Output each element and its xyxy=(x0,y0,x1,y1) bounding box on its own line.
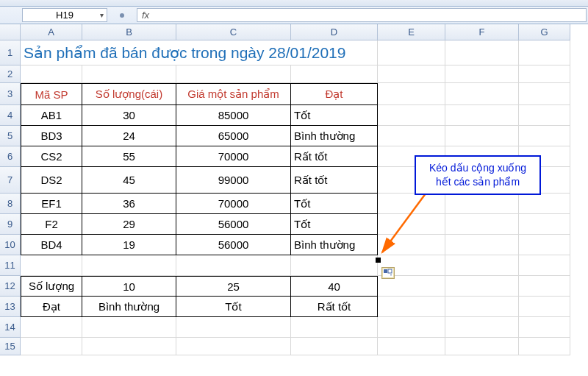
cell[interactable]: Mã SP xyxy=(21,83,82,105)
cell[interactable] xyxy=(378,126,445,146)
cell[interactable] xyxy=(445,276,519,297)
row-header-10[interactable]: 10 xyxy=(0,235,21,255)
cell[interactable]: CS2 xyxy=(21,146,82,167)
cell[interactable] xyxy=(378,40,445,65)
cell[interactable]: 10 xyxy=(82,276,176,297)
cell[interactable] xyxy=(378,65,445,83)
col-header-G[interactable]: G xyxy=(519,24,570,40)
col-header-B[interactable]: B xyxy=(82,24,176,40)
cell[interactable] xyxy=(519,317,570,338)
row-header-11[interactable]: 11 xyxy=(0,255,21,276)
cell[interactable] xyxy=(291,317,378,338)
cell[interactable]: F2 xyxy=(21,214,82,235)
row-header-8[interactable]: 8 xyxy=(0,194,21,214)
cell[interactable]: Số lượng xyxy=(21,276,82,297)
cell[interactable] xyxy=(445,105,519,126)
row-header-3[interactable]: 3 xyxy=(0,83,21,105)
row-header-5[interactable]: 5 xyxy=(0,126,21,146)
cell[interactable]: 40 xyxy=(291,276,378,297)
cell[interactable] xyxy=(82,338,176,355)
cell[interactable]: AB1 xyxy=(21,105,82,126)
cell[interactable] xyxy=(378,83,445,105)
cell[interactable] xyxy=(82,255,176,276)
cell[interactable]: 25 xyxy=(176,276,291,297)
cell[interactable] xyxy=(21,65,82,83)
col-header-F[interactable]: F xyxy=(445,24,519,40)
cell[interactable] xyxy=(519,126,570,146)
cell[interactable] xyxy=(176,317,291,338)
cell[interactable]: Bình thường xyxy=(291,126,378,146)
cell[interactable]: 55 xyxy=(82,146,176,167)
cell[interactable] xyxy=(82,317,176,338)
cell[interactable]: EF1 xyxy=(21,194,82,214)
cell[interactable]: 85000 xyxy=(176,105,291,126)
cell[interactable]: Rất tốt xyxy=(291,297,378,317)
cell[interactable]: Tốt xyxy=(291,194,378,214)
name-box[interactable]: H19 ▾ xyxy=(22,8,107,22)
cell[interactable] xyxy=(176,255,291,276)
cell[interactable] xyxy=(519,194,570,214)
cell[interactable]: Tốt xyxy=(291,105,378,126)
cell[interactable] xyxy=(519,255,570,276)
cell[interactable] xyxy=(445,126,519,146)
row-header-4[interactable]: 4 xyxy=(0,105,21,126)
autofill-options-button[interactable] xyxy=(381,267,395,279)
cell[interactable] xyxy=(82,65,176,83)
cell[interactable] xyxy=(519,65,570,83)
cell[interactable]: DS2 xyxy=(21,167,82,194)
cell[interactable]: Đạt xyxy=(21,297,82,317)
cell[interactable] xyxy=(445,297,519,317)
cell[interactable] xyxy=(291,255,378,276)
cell[interactable]: 36 xyxy=(82,194,176,214)
cell[interactable]: BD4 xyxy=(21,235,82,255)
cell[interactable] xyxy=(291,338,378,355)
cell[interactable]: 99000 xyxy=(176,167,291,194)
cell[interactable] xyxy=(21,317,82,338)
cell[interactable]: 29 xyxy=(82,214,176,235)
cell[interactable]: 70000 xyxy=(176,146,291,167)
cell[interactable] xyxy=(291,65,378,83)
cell[interactable]: 70000 xyxy=(176,194,291,214)
cell[interactable] xyxy=(378,297,445,317)
cell[interactable]: 56000 xyxy=(176,214,291,235)
cell[interactable] xyxy=(445,255,519,276)
cell[interactable]: Bình thường xyxy=(82,297,176,317)
cell[interactable]: 45 xyxy=(82,167,176,194)
cell[interactable]: Rất tốt xyxy=(291,146,378,167)
row-header-7[interactable]: 7 xyxy=(0,167,21,194)
cell[interactable] xyxy=(378,235,445,255)
cell[interactable]: Tốt xyxy=(176,297,291,317)
cell[interactable] xyxy=(519,338,570,355)
col-header-A[interactable]: A xyxy=(21,24,82,40)
formula-bar[interactable]: fx xyxy=(137,8,587,22)
cells-area[interactable]: Sản phẩm đã bán được trong ngày 28/01/20… xyxy=(21,40,570,355)
title-cell[interactable]: Sản phẩm đã bán được trong ngày 28/01/20… xyxy=(21,40,378,65)
cell[interactable] xyxy=(21,338,82,355)
row-header-15[interactable]: 15 xyxy=(0,338,21,355)
cell[interactable] xyxy=(445,40,519,65)
row-header-9[interactable]: 9 xyxy=(0,214,21,235)
row-header-14[interactable]: 14 xyxy=(0,317,21,338)
select-all-corner[interactable] xyxy=(0,24,21,40)
cell[interactable] xyxy=(445,194,519,214)
cell[interactable]: BD3 xyxy=(21,126,82,146)
fill-handle-icon[interactable] xyxy=(376,258,381,263)
cell[interactable] xyxy=(445,214,519,235)
cell[interactable] xyxy=(176,338,291,355)
row-header-13[interactable]: 13 xyxy=(0,297,21,317)
cell[interactable] xyxy=(519,276,570,297)
cell[interactable] xyxy=(519,40,570,65)
cell[interactable] xyxy=(519,83,570,105)
cell[interactable] xyxy=(21,255,82,276)
cell[interactable] xyxy=(378,276,445,297)
cell[interactable] xyxy=(445,338,519,355)
cell[interactable]: Tốt xyxy=(291,214,378,235)
cell[interactable] xyxy=(519,105,570,126)
row-header-12[interactable]: 12 xyxy=(0,276,21,297)
cell[interactable] xyxy=(378,105,445,126)
cell[interactable]: 30 xyxy=(82,105,176,126)
cell[interactable] xyxy=(519,214,570,235)
cell[interactable]: Rất tốt xyxy=(291,167,378,194)
cell[interactable] xyxy=(378,194,445,214)
cell[interactable]: 24 xyxy=(82,126,176,146)
